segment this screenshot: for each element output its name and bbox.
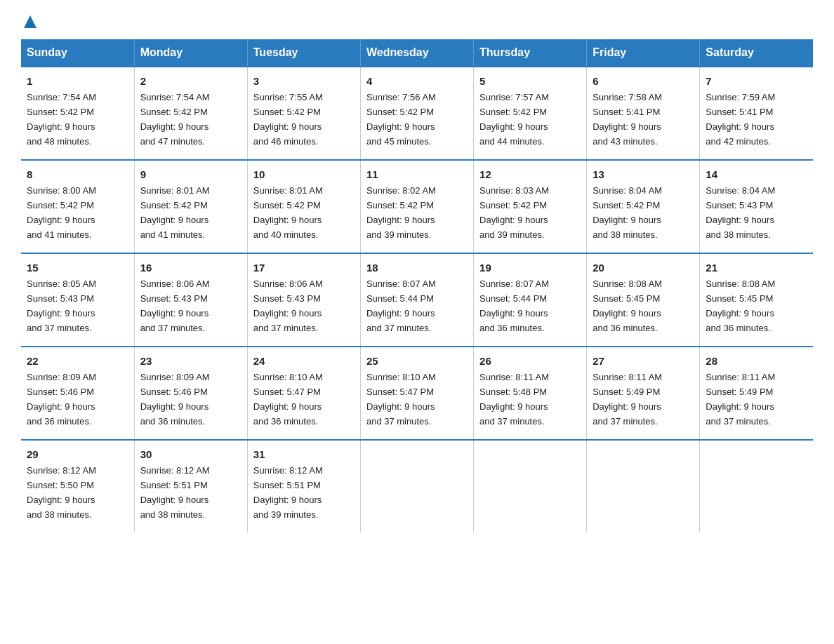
calendar-cell: 11Sunrise: 8:02 AMSunset: 5:42 PMDayligh…	[360, 160, 473, 253]
calendar-cell: 6Sunrise: 7:58 AMSunset: 5:41 PMDaylight…	[587, 67, 700, 160]
calendar-cell: 30Sunrise: 8:12 AMSunset: 5:51 PMDayligh…	[134, 440, 247, 532]
day-info: Sunrise: 8:11 AMSunset: 5:48 PMDaylight:…	[479, 372, 549, 427]
day-info: Sunrise: 8:12 AMSunset: 5:51 PMDaylight:…	[140, 465, 210, 520]
day-number: 17	[253, 260, 355, 276]
column-header-sunday: Sunday	[21, 39, 134, 67]
day-number: 7	[706, 73, 807, 89]
calendar-cell	[587, 440, 700, 532]
calendar-week-row: 15Sunrise: 8:05 AMSunset: 5:43 PMDayligh…	[21, 253, 813, 347]
day-number: 27	[593, 353, 694, 369]
day-info: Sunrise: 8:10 AMSunset: 5:47 PMDaylight:…	[366, 372, 436, 427]
calendar-cell: 10Sunrise: 8:01 AMSunset: 5:42 PMDayligh…	[247, 160, 360, 253]
calendar-cell: 1Sunrise: 7:54 AMSunset: 5:42 PMDaylight…	[21, 67, 134, 160]
day-info: Sunrise: 7:57 AMSunset: 5:42 PMDaylight:…	[479, 92, 549, 147]
day-info: Sunrise: 8:08 AMSunset: 5:45 PMDaylight:…	[593, 279, 662, 333]
calendar-cell	[700, 440, 813, 532]
column-header-friday: Friday	[587, 39, 700, 67]
day-info: Sunrise: 8:01 AMSunset: 5:42 PMDaylight:…	[140, 185, 210, 240]
day-number: 14	[706, 166, 807, 182]
calendar-cell: 25Sunrise: 8:10 AMSunset: 5:47 PMDayligh…	[360, 347, 473, 440]
day-number: 20	[593, 260, 694, 276]
calendar-cell: 18Sunrise: 8:07 AMSunset: 5:44 PMDayligh…	[360, 253, 473, 347]
day-info: Sunrise: 8:00 AMSunset: 5:42 PMDaylight:…	[27, 185, 96, 240]
calendar-cell: 5Sunrise: 7:57 AMSunset: 5:42 PMDaylight…	[474, 67, 587, 160]
day-info: Sunrise: 8:12 AMSunset: 5:50 PMDaylight:…	[27, 465, 96, 520]
day-info: Sunrise: 7:54 AMSunset: 5:42 PMDaylight:…	[27, 92, 96, 147]
day-info: Sunrise: 8:12 AMSunset: 5:51 PMDaylight:…	[253, 465, 323, 520]
day-number: 5	[479, 73, 581, 89]
calendar-cell: 14Sunrise: 8:04 AMSunset: 5:43 PMDayligh…	[700, 160, 813, 253]
day-info: Sunrise: 7:58 AMSunset: 5:41 PMDaylight:…	[593, 92, 662, 147]
calendar-cell: 24Sunrise: 8:10 AMSunset: 5:47 PMDayligh…	[247, 347, 360, 440]
day-info: Sunrise: 8:07 AMSunset: 5:44 PMDaylight:…	[366, 279, 436, 333]
calendar-cell: 27Sunrise: 8:11 AMSunset: 5:49 PMDayligh…	[587, 347, 700, 440]
calendar-cell: 26Sunrise: 8:11 AMSunset: 5:48 PMDayligh…	[474, 347, 587, 440]
calendar-cell: 22Sunrise: 8:09 AMSunset: 5:46 PMDayligh…	[21, 347, 134, 440]
day-number: 19	[479, 260, 581, 276]
day-number: 3	[253, 73, 355, 89]
day-number: 22	[27, 353, 128, 369]
calendar-cell	[360, 440, 473, 532]
day-info: Sunrise: 7:56 AMSunset: 5:42 PMDaylight:…	[366, 92, 436, 147]
day-info: Sunrise: 7:55 AMSunset: 5:42 PMDaylight:…	[253, 92, 323, 147]
day-number: 15	[27, 260, 128, 276]
calendar-cell: 3Sunrise: 7:55 AMSunset: 5:42 PMDaylight…	[247, 67, 360, 160]
day-number: 25	[366, 353, 468, 369]
day-info: Sunrise: 8:11 AMSunset: 5:49 PMDaylight:…	[593, 372, 662, 427]
calendar-cell: 8Sunrise: 8:00 AMSunset: 5:42 PMDaylight…	[21, 160, 134, 253]
calendar-cell: 16Sunrise: 8:06 AMSunset: 5:43 PMDayligh…	[134, 253, 247, 347]
day-info: Sunrise: 8:02 AMSunset: 5:42 PMDaylight:…	[366, 185, 436, 240]
day-number: 26	[479, 353, 581, 369]
day-info: Sunrise: 8:11 AMSunset: 5:49 PMDaylight:…	[706, 372, 775, 427]
calendar-cell: 21Sunrise: 8:08 AMSunset: 5:45 PMDayligh…	[700, 253, 813, 347]
calendar-cell: 13Sunrise: 8:04 AMSunset: 5:42 PMDayligh…	[587, 160, 700, 253]
day-number: 6	[593, 73, 694, 89]
day-number: 24	[253, 353, 355, 369]
logo-flag-icon	[22, 14, 38, 29]
calendar-cell: 15Sunrise: 8:05 AMSunset: 5:43 PMDayligh…	[21, 253, 134, 347]
day-number: 30	[140, 446, 241, 462]
calendar-cell: 20Sunrise: 8:08 AMSunset: 5:45 PMDayligh…	[587, 253, 700, 347]
day-number: 10	[253, 166, 355, 182]
calendar-week-row: 1Sunrise: 7:54 AMSunset: 5:42 PMDaylight…	[21, 67, 813, 160]
calendar-cell: 17Sunrise: 8:06 AMSunset: 5:43 PMDayligh…	[247, 253, 360, 347]
day-number: 28	[706, 353, 807, 369]
day-number: 4	[366, 73, 468, 89]
day-info: Sunrise: 7:54 AMSunset: 5:42 PMDaylight:…	[140, 92, 210, 147]
calendar-week-row: 22Sunrise: 8:09 AMSunset: 5:46 PMDayligh…	[21, 347, 813, 440]
column-header-wednesday: Wednesday	[360, 39, 473, 67]
day-number: 16	[140, 260, 241, 276]
day-info: Sunrise: 8:01 AMSunset: 5:42 PMDaylight:…	[253, 185, 323, 240]
calendar-week-row: 29Sunrise: 8:12 AMSunset: 5:50 PMDayligh…	[21, 440, 813, 532]
day-info: Sunrise: 8:10 AMSunset: 5:47 PMDaylight:…	[253, 372, 323, 427]
day-number: 23	[140, 353, 241, 369]
day-number: 18	[366, 260, 468, 276]
column-header-monday: Monday	[134, 39, 247, 67]
calendar-cell: 23Sunrise: 8:09 AMSunset: 5:46 PMDayligh…	[134, 347, 247, 440]
day-number: 12	[479, 166, 581, 182]
calendar-cell: 29Sunrise: 8:12 AMSunset: 5:50 PMDayligh…	[21, 440, 134, 532]
day-number: 29	[27, 446, 128, 462]
day-info: Sunrise: 8:03 AMSunset: 5:42 PMDaylight:…	[479, 185, 549, 240]
day-number: 13	[593, 166, 694, 182]
day-info: Sunrise: 8:08 AMSunset: 5:45 PMDaylight:…	[706, 279, 775, 333]
page-header	[21, 14, 813, 27]
day-info: Sunrise: 8:07 AMSunset: 5:44 PMDaylight:…	[479, 279, 549, 333]
day-info: Sunrise: 7:59 AMSunset: 5:41 PMDaylight:…	[706, 92, 775, 147]
day-number: 11	[366, 166, 468, 182]
calendar-cell: 31Sunrise: 8:12 AMSunset: 5:51 PMDayligh…	[247, 440, 360, 532]
column-header-thursday: Thursday	[474, 39, 587, 67]
column-header-saturday: Saturday	[700, 39, 813, 67]
day-info: Sunrise: 8:04 AMSunset: 5:43 PMDaylight:…	[706, 185, 775, 240]
calendar-table: SundayMondayTuesdayWednesdayThursdayFrid…	[21, 39, 813, 532]
calendar-cell: 19Sunrise: 8:07 AMSunset: 5:44 PMDayligh…	[474, 253, 587, 347]
day-info: Sunrise: 8:04 AMSunset: 5:42 PMDaylight:…	[593, 185, 662, 240]
day-number: 8	[27, 166, 128, 182]
day-info: Sunrise: 8:09 AMSunset: 5:46 PMDaylight:…	[27, 372, 96, 427]
calendar-week-row: 8Sunrise: 8:00 AMSunset: 5:42 PMDaylight…	[21, 160, 813, 253]
calendar-header-row: SundayMondayTuesdayWednesdayThursdayFrid…	[21, 39, 813, 67]
calendar-cell: 28Sunrise: 8:11 AMSunset: 5:49 PMDayligh…	[700, 347, 813, 440]
column-header-tuesday: Tuesday	[247, 39, 360, 67]
day-number: 9	[140, 166, 241, 182]
day-info: Sunrise: 8:06 AMSunset: 5:43 PMDaylight:…	[140, 279, 210, 333]
